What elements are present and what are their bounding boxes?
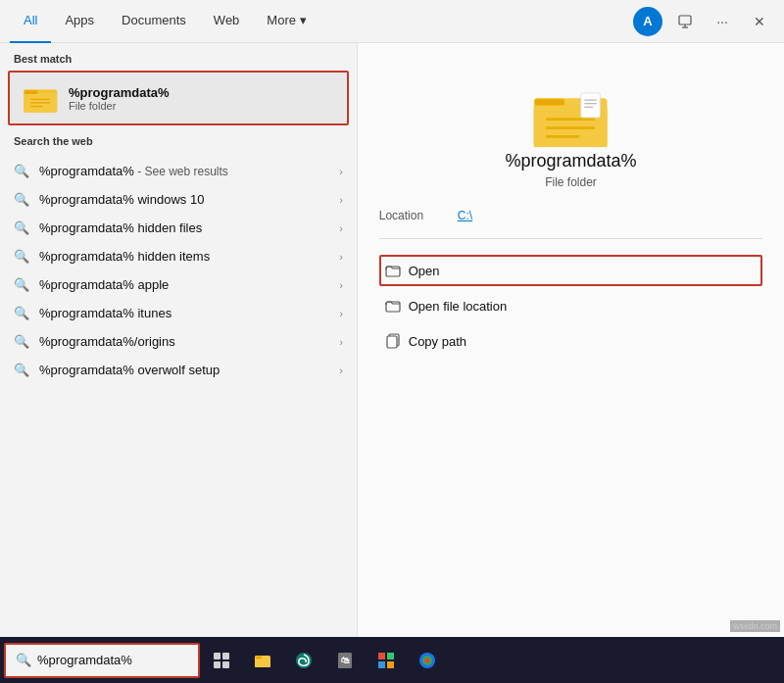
nav-right: A ··· ✕ xyxy=(633,7,774,36)
best-match-type: File folder xyxy=(69,100,170,112)
chevron-right-icon: › xyxy=(339,194,343,206)
task-view-icon xyxy=(212,651,231,670)
open-folder-icon xyxy=(385,263,401,278)
svg-rect-38 xyxy=(378,661,385,668)
svg-rect-27 xyxy=(214,661,220,668)
app-button-2[interactable] xyxy=(408,641,447,680)
tab-more[interactable]: More ▾ xyxy=(253,0,320,43)
web-search-label: Search the web xyxy=(0,125,357,153)
large-folder-icon xyxy=(532,82,611,151)
file-explorer-button[interactable] xyxy=(243,641,282,680)
app-icon-2 xyxy=(417,651,437,670)
chevron-down-icon: ▾ xyxy=(300,13,307,27)
best-match-name: %programdata% xyxy=(69,85,170,100)
svg-point-42 xyxy=(425,658,430,662)
store-icon: 🛍 xyxy=(335,651,355,670)
chevron-right-icon: › xyxy=(339,222,343,234)
tab-web[interactable]: Web xyxy=(200,0,254,43)
search-icon: 🔍 xyxy=(14,363,29,377)
search-icon: 🔍 xyxy=(14,249,29,264)
list-item[interactable]: 🔍 %programdata% hidden items › xyxy=(0,242,357,270)
search-icon: 🔍 xyxy=(14,192,29,207)
result-type: File folder xyxy=(545,175,597,189)
chevron-right-icon: › xyxy=(339,279,343,291)
app-button-1[interactable] xyxy=(367,641,406,680)
list-item[interactable]: 🔍 %programdata% hidden files › xyxy=(0,214,357,242)
svg-rect-36 xyxy=(378,653,385,659)
location-label: Location xyxy=(379,209,448,222)
copy-path-action[interactable]: Copy path xyxy=(379,325,763,357)
store-button[interactable]: 🛍 xyxy=(325,641,365,680)
tab-apps[interactable]: Apps xyxy=(51,0,108,43)
search-icon: 🔍 xyxy=(14,334,29,349)
location-value[interactable]: C:\ xyxy=(458,209,472,222)
search-box[interactable]: 🔍 %programdata% xyxy=(4,643,200,678)
feedback-button[interactable] xyxy=(670,7,700,36)
svg-rect-26 xyxy=(222,653,229,659)
web-search-list: 🔍 %programdata% - See web results › 🔍 %p… xyxy=(0,153,357,388)
edge-button[interactable] xyxy=(284,641,323,680)
svg-rect-6 xyxy=(24,90,38,94)
copy-path-label: Copy path xyxy=(409,334,466,349)
best-match-label: Best match xyxy=(0,43,357,71)
svg-rect-39 xyxy=(387,661,394,668)
taskbar-search-icon: 🔍 xyxy=(16,653,31,667)
open-file-location-action[interactable]: Open file location xyxy=(379,290,763,321)
nav-tabs: All Apps Documents Web More ▾ A ··· ✕ xyxy=(0,0,784,43)
open-action[interactable]: Open xyxy=(379,255,763,286)
meta-row: Location C:\ xyxy=(379,209,763,239)
search-icon: 🔍 xyxy=(14,220,29,235)
open-file-location-label: Open file location xyxy=(409,299,507,314)
svg-rect-37 xyxy=(387,653,394,659)
svg-rect-28 xyxy=(222,661,229,668)
best-match-text: %programdata% File folder xyxy=(69,85,170,112)
list-item[interactable]: 🔍 %programdata% windows 10 › xyxy=(0,185,357,214)
file-explorer-icon xyxy=(253,651,272,670)
svg-text:🛍: 🛍 xyxy=(341,656,350,665)
avatar: A xyxy=(633,7,662,36)
best-match-item[interactable]: %programdata% File folder xyxy=(8,71,349,125)
svg-rect-12 xyxy=(534,99,564,105)
task-view-button[interactable] xyxy=(202,641,241,680)
ellipsis-button[interactable]: ··· xyxy=(708,7,737,36)
action-list: Open Open file location Copy path xyxy=(379,255,763,357)
svg-rect-25 xyxy=(214,653,220,659)
search-icon: 🔍 xyxy=(14,164,29,178)
list-item[interactable]: 🔍 %programdata% overwolf setup › xyxy=(0,356,357,384)
search-panel: All Apps Documents Web More ▾ A ··· ✕ Be… xyxy=(0,0,784,637)
tab-all[interactable]: All xyxy=(10,0,51,43)
app-icon-1 xyxy=(376,651,396,670)
list-item[interactable]: 🔍 %programdata%/origins › xyxy=(0,327,357,356)
open-location-icon xyxy=(385,298,401,314)
left-panel: Best match %programdata% File folder xyxy=(0,43,358,637)
svg-rect-30 xyxy=(255,659,270,667)
chevron-right-icon: › xyxy=(339,251,343,263)
close-button[interactable]: ✕ xyxy=(745,7,774,36)
result-name: %programdata% xyxy=(505,151,636,171)
chevron-right-icon: › xyxy=(339,336,343,348)
right-panel: %programdata% File folder Location C:\ O… xyxy=(358,43,784,637)
list-item[interactable]: 🔍 %programdata% itunes › xyxy=(0,299,357,327)
tab-documents[interactable]: Documents xyxy=(108,0,200,43)
folder-icon xyxy=(24,80,59,116)
content-area: Best match %programdata% File folder xyxy=(0,43,784,637)
copy-icon xyxy=(385,333,401,349)
list-item[interactable]: 🔍 %programdata% - See web results › xyxy=(0,157,357,185)
chevron-right-icon: › xyxy=(339,308,343,319)
search-icon: 🔍 xyxy=(14,277,29,292)
search-icon: 🔍 xyxy=(14,306,29,320)
taskbar-search-text: %programdata% xyxy=(37,653,132,667)
svg-rect-0 xyxy=(679,16,691,24)
svg-rect-24 xyxy=(387,336,397,348)
chevron-right-icon: › xyxy=(339,166,343,177)
edge-icon xyxy=(294,651,314,670)
chevron-right-icon: › xyxy=(339,365,343,376)
watermark: wsxdn.com xyxy=(730,620,780,632)
list-item[interactable]: 🔍 %programdata% apple › xyxy=(0,270,357,299)
open-label: Open xyxy=(409,264,440,278)
svg-rect-17 xyxy=(580,93,600,118)
taskbar: 🔍 %programdata% 🛍 xyxy=(0,637,784,683)
svg-rect-31 xyxy=(256,656,262,659)
